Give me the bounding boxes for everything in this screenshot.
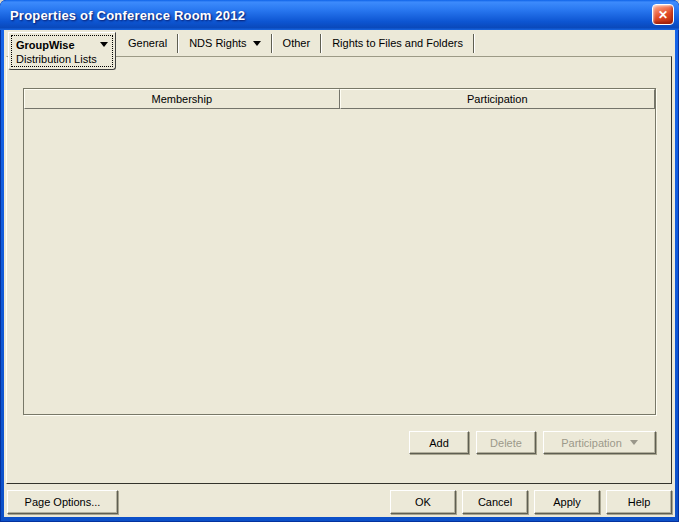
help-button[interactable]: Help xyxy=(606,490,672,514)
title-bar[interactable]: Properties of Conference Room 2012 ✕ xyxy=(0,0,679,30)
chevron-down-icon[interactable] xyxy=(100,42,108,47)
participation-button-label: Participation xyxy=(561,437,622,449)
tab-rights-to-files-and-folders[interactable]: Rights to Files and Folders xyxy=(322,37,473,49)
close-button[interactable]: ✕ xyxy=(652,4,674,25)
apply-button-label: Apply xyxy=(553,496,581,508)
tab-general-label: General xyxy=(128,37,167,49)
window-title: Properties of Conference Room 2012 xyxy=(10,0,245,30)
page-options-button[interactable]: Page Options... xyxy=(7,490,118,514)
cancel-button-label: Cancel xyxy=(478,496,512,508)
tab-groupwise-active[interactable]: GroupWise Distribution Lists xyxy=(8,32,116,70)
footer-left: Page Options... xyxy=(7,490,118,514)
add-button-label: Add xyxy=(429,437,449,449)
table-body-empty[interactable] xyxy=(24,109,655,414)
tab-general[interactable]: General xyxy=(118,37,177,49)
column-header-participation[interactable]: Participation xyxy=(340,89,656,109)
column-header-membership[interactable]: Membership xyxy=(24,89,340,109)
ok-button[interactable]: OK xyxy=(390,490,456,514)
tab-rights-to-files-and-folders-label: Rights to Files and Folders xyxy=(332,37,463,49)
delete-button[interactable]: Delete xyxy=(476,431,536,454)
participation-dropdown-button[interactable]: Participation xyxy=(543,431,656,454)
list-action-buttons: Add Delete Participation xyxy=(409,431,656,454)
tab-groupwise-page-label: Distribution Lists xyxy=(16,52,108,67)
ok-button-label: OK xyxy=(415,496,431,508)
chevron-down-icon[interactable] xyxy=(253,41,261,46)
cancel-button[interactable]: Cancel xyxy=(462,490,528,514)
footer-right: OK Cancel Apply Help xyxy=(390,490,672,514)
apply-button[interactable]: Apply xyxy=(534,490,600,514)
tab-groupwise-focus-outline: GroupWise Distribution Lists xyxy=(11,35,113,67)
distribution-lists-table[interactable]: Membership Participation xyxy=(23,88,656,415)
distribution-lists-panel: Membership Participation Add Delete Part… xyxy=(6,56,672,484)
tab-strip: General NDS Rights Other Rights to Files… xyxy=(118,32,475,54)
tab-groupwise-label[interactable]: GroupWise xyxy=(16,39,75,51)
dialog-client-area: GroupWise Distribution Lists General NDS… xyxy=(4,30,675,517)
dialog-window: Properties of Conference Room 2012 ✕ Gro… xyxy=(0,0,679,522)
help-button-label: Help xyxy=(628,496,651,508)
tab-nds-rights[interactable]: NDS Rights xyxy=(179,37,270,49)
chevron-down-icon xyxy=(630,440,638,445)
delete-button-label: Delete xyxy=(490,437,522,449)
tab-nds-rights-label: NDS Rights xyxy=(189,37,246,49)
tab-separator xyxy=(473,34,475,53)
table-header-row: Membership Participation xyxy=(24,89,655,109)
page-options-label: Page Options... xyxy=(25,496,101,508)
tab-other-label: Other xyxy=(283,37,311,49)
add-button[interactable]: Add xyxy=(409,431,469,454)
tab-other[interactable]: Other xyxy=(273,37,321,49)
close-icon: ✕ xyxy=(658,8,668,22)
